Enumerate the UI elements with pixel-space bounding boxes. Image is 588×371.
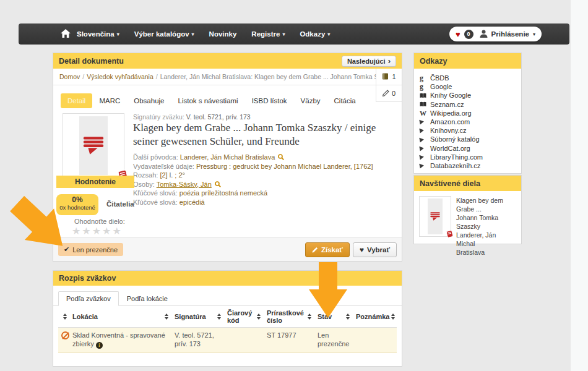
links-list: gČBDB gGoogle Knihy Google Seznam.cz WWi… xyxy=(414,69,521,174)
breadcrumb-separator: / xyxy=(82,73,84,80)
library-logo xyxy=(430,211,441,221)
table-row: Sklad Konventná - spravované zbierkyi V.… xyxy=(58,328,397,353)
breadcrumb-results[interactable]: Výsledok vyhľadávania xyxy=(87,73,153,80)
sort-icon[interactable] xyxy=(217,313,221,320)
favorites-heart-icon[interactable]: ♥ xyxy=(456,30,460,39)
link-item[interactable]: Knihy Google xyxy=(420,91,516,100)
book-icon xyxy=(382,73,389,81)
rating-section-header: Hodnotenie xyxy=(56,176,134,188)
breadcrumb-home[interactable]: Domov xyxy=(59,73,80,80)
sort-icon[interactable] xyxy=(391,313,395,320)
not-lendable-icon xyxy=(61,331,69,339)
heart-icon: ♥ xyxy=(360,245,364,254)
external-arrow-icon xyxy=(420,146,428,151)
nav-item-links[interactable]: Odkazy▾ xyxy=(300,30,330,38)
cell-location: Sklad Konventná - spravované zbierkyi xyxy=(69,328,171,353)
nav-item-registers[interactable]: Registre▾ xyxy=(251,30,285,38)
sort-icon[interactable] xyxy=(165,313,168,320)
tab-citation[interactable]: Citácia xyxy=(327,93,363,108)
chevron-down-icon: ▾ xyxy=(327,32,330,37)
pencil-icon xyxy=(383,90,389,98)
link-item[interactable]: gGoogle xyxy=(420,82,516,91)
favorites-count-badge[interactable]: 0 xyxy=(464,30,473,39)
volumes-tabs: Podľa zväzkov Podľa lokácie xyxy=(53,286,402,306)
link-item[interactable]: Databazeknih.cz xyxy=(420,161,516,170)
link-item[interactable]: gČBDB xyxy=(420,74,516,82)
tab-marc[interactable]: MARC xyxy=(92,93,127,108)
user-area: ♥ 0 Prihlásenie ▾ xyxy=(449,27,542,41)
volumes-counter[interactable]: 1 xyxy=(376,69,402,85)
nav-item-catalogs[interactable]: Výber katalógov▾ xyxy=(134,30,194,38)
cell-status-icon xyxy=(58,328,69,353)
link-item[interactable]: Súborný katalóg xyxy=(420,135,516,143)
links-panel-header: Odkazy xyxy=(414,53,521,69)
cell-status: Len prezenčne xyxy=(314,328,353,353)
tab-detail[interactable]: Detail xyxy=(61,93,92,108)
tab-bindings[interactable]: Väzby xyxy=(294,93,327,108)
volumes-panel-header: Rozpis zväzkov xyxy=(53,271,402,286)
col-signature: Signatúra xyxy=(171,306,224,328)
external-links-panel: Odkazy gČBDB gGoogle Knihy Google Seznam… xyxy=(413,53,522,174)
link-item[interactable]: LibraryThing.com xyxy=(420,153,516,161)
external-arrow-icon xyxy=(420,128,428,133)
sort-icon[interactable] xyxy=(346,313,350,320)
visited-line: Landerer, Ján Michal xyxy=(456,231,516,248)
person-link[interactable]: Tomka-Sásky, Ján xyxy=(157,181,212,188)
readers-label: Čitatelia xyxy=(106,200,134,208)
sort-icon[interactable] xyxy=(63,313,67,320)
rate-work-label: Ohodnoťte dielo: xyxy=(74,218,125,225)
field-keywords-2: Kľúčové slová: epicédiá xyxy=(133,198,393,207)
select-button[interactable]: ♥ Vybrať xyxy=(353,242,397,257)
tab-isbd[interactable]: ISBD lístok xyxy=(245,93,294,108)
col-status-text: Stav xyxy=(314,306,353,328)
tab-contains[interactable]: Obsahuje xyxy=(127,93,171,108)
link-item[interactable]: Seznam.cz xyxy=(420,100,516,109)
tab-by-volumes[interactable]: Podľa zväzkov xyxy=(58,291,119,306)
record-fields: Signatúry zväzku: V. teol. 5721, prív. 1… xyxy=(133,113,393,207)
breadcrumb-separator: / xyxy=(156,73,158,80)
home-icon[interactable] xyxy=(61,29,71,40)
chevron-right-icon: › xyxy=(388,58,391,64)
tab-by-location[interactable]: Podľa lokácie xyxy=(119,291,176,306)
star-icon: ★ xyxy=(82,226,92,236)
info-icon[interactable]: i xyxy=(96,342,103,349)
sort-icon[interactable] xyxy=(308,313,311,320)
link-item[interactable]: Knihovny.cz xyxy=(420,126,516,135)
volume-signature: Signatúry zväzku: V. teol. 5721, prív. 1… xyxy=(133,113,393,121)
visited-item[interactable]: Klagen bey dem Grabe ... Johann Tomka Sz… xyxy=(414,191,521,262)
tab-card[interactable]: Listok s návestiami xyxy=(171,93,245,108)
library-logo xyxy=(82,135,105,156)
table-header-row: Lokácia Signatúra Čiarový kód Prírastkov… xyxy=(58,306,397,328)
field-extent: Rozsah: [2] l. ; 2° xyxy=(133,171,393,180)
col-accession: Prírastkové číslo xyxy=(264,306,314,328)
search-icon[interactable] xyxy=(278,154,284,160)
star-icon: ★ xyxy=(72,226,82,236)
link-item[interactable]: WorldCat.org xyxy=(420,144,516,153)
visited-line[interactable]: Klagen bey dem Grabe ... xyxy=(456,196,516,213)
get-button[interactable]: Získať xyxy=(305,242,350,257)
star-rating-input[interactable]: ★★★★★ xyxy=(72,225,123,237)
nav-item-language[interactable]: Slovenčina▾ xyxy=(77,30,119,38)
star-icon: ★ xyxy=(92,226,102,236)
col-status xyxy=(58,306,69,328)
login-button[interactable]: Prihlásenie xyxy=(491,30,529,38)
chevron-down-icon: ▾ xyxy=(117,32,119,37)
nav-item-news[interactable]: Novinky xyxy=(209,30,237,38)
rating-percent-badge: 0% 0x hodnotené xyxy=(56,194,98,215)
star-icon: ★ xyxy=(102,226,112,236)
link-item[interactable]: WWikipedia.org xyxy=(420,109,516,117)
top-navbar: Slovenčina▾ Výber katalógov▾ Novinky Reg… xyxy=(19,23,569,45)
search-icon[interactable] xyxy=(215,181,221,187)
star-icon: ★ xyxy=(112,226,122,236)
field-keywords-1: Kľúčové slová: poézia príležitostná neme… xyxy=(133,189,393,198)
check-icon: ✔ xyxy=(64,245,69,254)
visited-thumbnail[interactable] xyxy=(419,196,451,237)
record-counters: 1 0 xyxy=(376,69,402,102)
cover-strip xyxy=(428,198,443,234)
sort-icon[interactable] xyxy=(257,313,261,320)
link-item[interactable]: Amazon.com xyxy=(420,117,516,126)
chevron-down-icon: ▾ xyxy=(192,32,194,37)
chevron-down-icon: ▾ xyxy=(533,32,535,37)
next-record-button[interactable]: Nasledujúci› xyxy=(342,56,396,67)
notes-counter[interactable]: 0 xyxy=(376,85,402,102)
